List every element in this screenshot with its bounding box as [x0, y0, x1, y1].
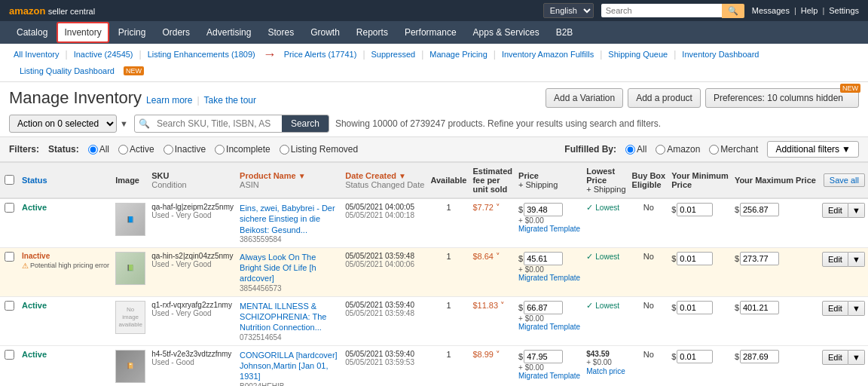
subnav-shipping-queue[interactable]: Shipping Queue — [604, 48, 672, 60]
take-tour-link[interactable]: Take the tour — [204, 95, 256, 106]
warning-text: Potential high pricing error — [30, 262, 109, 269]
edit-dropdown-button[interactable]: ▼ — [848, 350, 865, 365]
th-max-price[interactable]: Your Maximum Price — [732, 163, 819, 199]
row-checkbox[interactable] — [5, 203, 14, 213]
subnav-listing-quality[interactable]: Listing Quality Dashboard — [14, 64, 121, 78]
top-header: amazon seller central English 🔍 Messages… — [0, 0, 868, 21]
language-select[interactable]: English — [543, 3, 594, 18]
product-name-link[interactable]: MENTAL ILLNESS & SCHIZOPHRENIA: The Nutr… — [240, 301, 339, 333]
action-select[interactable]: Action on 0 selected — [9, 115, 117, 133]
th-buy-box[interactable]: Buy BoxEligible — [629, 163, 669, 199]
add-product-button[interactable]: Add a product — [628, 88, 701, 108]
subnav-all-inventory[interactable]: All Inventory — [9, 48, 64, 60]
nav-stores[interactable]: Stores — [260, 21, 301, 44]
product-name-link[interactable]: CONGORILLA [hardcover] Johnson,Martin [J… — [240, 350, 339, 382]
subnav-inactive[interactable]: Inactive (24545) — [69, 48, 138, 60]
sku-search-input[interactable] — [154, 116, 282, 131]
inventory-table: Status Image SKUCondition Product Name ▼… — [0, 162, 868, 386]
lowest-price-label: Lowest — [595, 204, 619, 212]
learn-more-link[interactable]: Learn more — [146, 95, 192, 106]
date-changed: 05/05/2021 04:00:18 — [345, 211, 424, 219]
preferences-button[interactable]: Preferences: 10 columns hidden — [705, 88, 859, 108]
nav-pricing[interactable]: Pricing — [111, 21, 154, 44]
min-price-input[interactable] — [677, 203, 713, 216]
th-lowest-price[interactable]: LowestPrice+ Shipping — [583, 163, 628, 199]
price-input[interactable] — [524, 350, 563, 363]
search-input[interactable] — [601, 4, 722, 17]
check-lowest-icon: ✓ — [586, 203, 593, 212]
nav-orders[interactable]: Orders — [154, 21, 197, 44]
fulfilled-merchant[interactable]: Merchant — [709, 144, 758, 155]
th-sku[interactable]: SKUCondition — [148, 163, 237, 199]
edit-button[interactable]: Edit — [822, 252, 848, 267]
edit-button[interactable]: Edit — [822, 301, 848, 316]
sku-search-button[interactable]: Search — [282, 115, 329, 132]
search-sku-group: 🔍 Search — [134, 115, 329, 133]
buy-box-value: No — [629, 198, 669, 247]
subnav-price-alerts[interactable]: Price Alerts (17741) — [280, 48, 362, 60]
status-incomplete[interactable]: Incomplete — [215, 144, 270, 155]
min-price-input[interactable] — [677, 350, 713, 363]
table-header: Status Image SKUCondition Product Name ▼… — [0, 163, 868, 199]
row-checkbox[interactable] — [5, 301, 14, 311]
min-price-input[interactable] — [677, 301, 713, 314]
add-variation-button[interactable]: Add a Variation — [546, 88, 623, 108]
subnav-inventory-dashboard[interactable]: Inventory Dashboard — [677, 48, 763, 60]
nav-b2b[interactable]: B2B — [549, 21, 581, 44]
th-available[interactable]: Available — [427, 163, 469, 199]
edit-dropdown-button[interactable]: ▼ — [848, 301, 865, 316]
th-product[interactable]: Product Name ▼ASIN — [237, 163, 342, 199]
row-checkbox[interactable] — [5, 252, 14, 262]
nav-catalog[interactable]: Catalog — [9, 21, 55, 44]
subnav-listing-enhancements[interactable]: Listing Enhancements (1809) — [143, 48, 260, 60]
match-price-link[interactable]: Match price — [586, 367, 625, 375]
th-date[interactable]: Date Created ▼Status Changed Date — [342, 163, 427, 199]
row-checkbox[interactable] — [5, 350, 14, 360]
nav-inventory[interactable]: Inventory — [57, 22, 108, 43]
messages-link[interactable]: Messages — [752, 6, 790, 15]
edit-button[interactable]: Edit — [822, 203, 848, 218]
th-price[interactable]: Price+ Shipping — [515, 163, 583, 199]
save-all-button[interactable]: Save all — [824, 173, 865, 187]
nav-reports[interactable]: Reports — [349, 21, 396, 44]
nav-apps-services[interactable]: Apps & Services — [466, 21, 547, 44]
max-price-input[interactable] — [740, 252, 779, 265]
settings-link[interactable]: Settings — [829, 6, 859, 15]
nav-performance[interactable]: Performance — [397, 21, 464, 44]
search-button[interactable]: 🔍 — [722, 4, 744, 18]
status-all[interactable]: All — [88, 144, 109, 155]
fulfilled-amazon[interactable]: Amazon — [656, 144, 700, 155]
edit-dropdown-button[interactable]: ▼ — [848, 203, 865, 218]
chevron-down-icon: ▼ — [842, 144, 851, 155]
subnav-manage-pricing[interactable]: Manage Pricing — [425, 48, 491, 60]
th-min-price[interactable]: Your MinimumPrice — [668, 163, 732, 199]
status-active[interactable]: Active — [118, 144, 154, 155]
price-input[interactable] — [524, 252, 563, 265]
select-all-checkbox[interactable] — [5, 175, 14, 185]
status-inactive[interactable]: Inactive — [164, 144, 206, 155]
product-name-link[interactable]: Eins, zwei, Babybrei - Der sichere Einst… — [240, 203, 339, 235]
product-name-link[interactable]: Always Look On The Bright Side Of Life [… — [240, 252, 339, 284]
price-shipping: + $0.00 — [518, 216, 580, 225]
th-fee[interactable]: Estimatedfee perunit sold — [469, 163, 515, 199]
date-created: 05/05/2021 03:59:48 — [345, 252, 424, 260]
status-listing-removed[interactable]: Listing Removed — [280, 144, 358, 155]
max-price-input[interactable] — [740, 350, 779, 363]
subnav-inventory-amazon[interactable]: Inventory Amazon Fulfills — [497, 48, 598, 60]
price-input[interactable] — [524, 301, 563, 314]
fee-value: $8.99 ˅ — [472, 350, 500, 359]
fulfilled-all[interactable]: All — [625, 144, 646, 155]
subnav-suppressed[interactable]: Suppressed — [367, 48, 420, 60]
max-price-input[interactable] — [740, 203, 779, 216]
edit-dropdown-button[interactable]: ▼ — [848, 252, 865, 267]
th-status[interactable]: Status — [19, 163, 112, 199]
nav-growth[interactable]: Growth — [303, 21, 347, 44]
nav-advertising[interactable]: Advertising — [199, 21, 258, 44]
price-input[interactable] — [524, 203, 563, 216]
additional-filters-button[interactable]: Additional filters ▼ — [767, 141, 859, 158]
max-price-input[interactable] — [740, 301, 779, 314]
edit-button[interactable]: Edit — [822, 350, 848, 365]
help-link[interactable]: Help — [801, 6, 818, 15]
status-active: Active — [22, 350, 47, 359]
min-price-input[interactable] — [677, 252, 713, 265]
